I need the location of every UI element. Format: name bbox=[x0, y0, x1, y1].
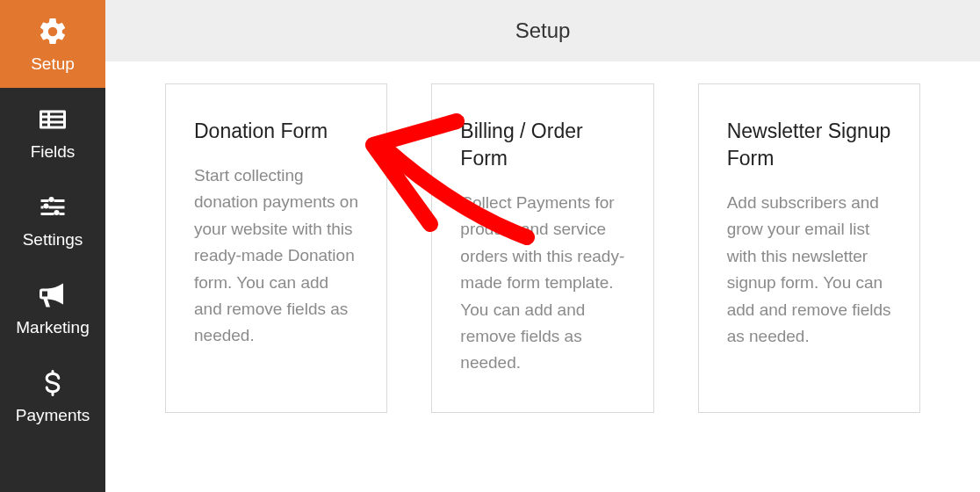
template-cards: Donation Form Start collecting donation … bbox=[105, 62, 980, 448]
card-description: Add subscribers and grow your email list… bbox=[727, 190, 891, 350]
dollar-icon bbox=[37, 367, 68, 399]
sidebar-item-label: Fields bbox=[31, 142, 76, 162]
card-donation-form[interactable]: Donation Form Start collecting donation … bbox=[165, 83, 387, 413]
app-root: Setup Fields Settings Marketing Payments bbox=[0, 0, 980, 492]
sidebar-item-label: Marketing bbox=[16, 318, 89, 337]
bullhorn-icon bbox=[37, 279, 68, 311]
sidebar-item-settings[interactable]: Settings bbox=[0, 176, 105, 264]
main-content: Setup Donation Form Start collecting don… bbox=[105, 0, 980, 492]
card-title: Billing / Order Form bbox=[460, 118, 624, 172]
card-title: Donation Form bbox=[194, 118, 358, 145]
gear-icon bbox=[37, 16, 68, 47]
list-icon bbox=[37, 104, 68, 135]
card-title: Newsletter Signup Form bbox=[727, 118, 891, 172]
card-description: Collect Payments for product and service… bbox=[460, 190, 624, 377]
card-billing-order-form[interactable]: Billing / Order Form Collect Payments fo… bbox=[431, 83, 653, 413]
sliders-icon bbox=[37, 192, 68, 223]
sidebar-item-marketing[interactable]: Marketing bbox=[0, 264, 105, 351]
page-title: Setup bbox=[515, 18, 571, 43]
page-header: Setup bbox=[105, 0, 980, 62]
card-newsletter-signup-form[interactable]: Newsletter Signup Form Add subscribers a… bbox=[698, 83, 920, 413]
sidebar-item-setup[interactable]: Setup bbox=[0, 0, 105, 88]
sidebar: Setup Fields Settings Marketing Payments bbox=[0, 0, 105, 492]
card-description: Start collecting donation payments on yo… bbox=[194, 163, 358, 350]
sidebar-item-fields[interactable]: Fields bbox=[0, 88, 105, 176]
sidebar-item-payments[interactable]: Payments bbox=[0, 351, 105, 439]
sidebar-item-label: Settings bbox=[23, 230, 83, 250]
sidebar-item-label: Payments bbox=[16, 406, 90, 425]
sidebar-item-label: Setup bbox=[31, 54, 75, 74]
